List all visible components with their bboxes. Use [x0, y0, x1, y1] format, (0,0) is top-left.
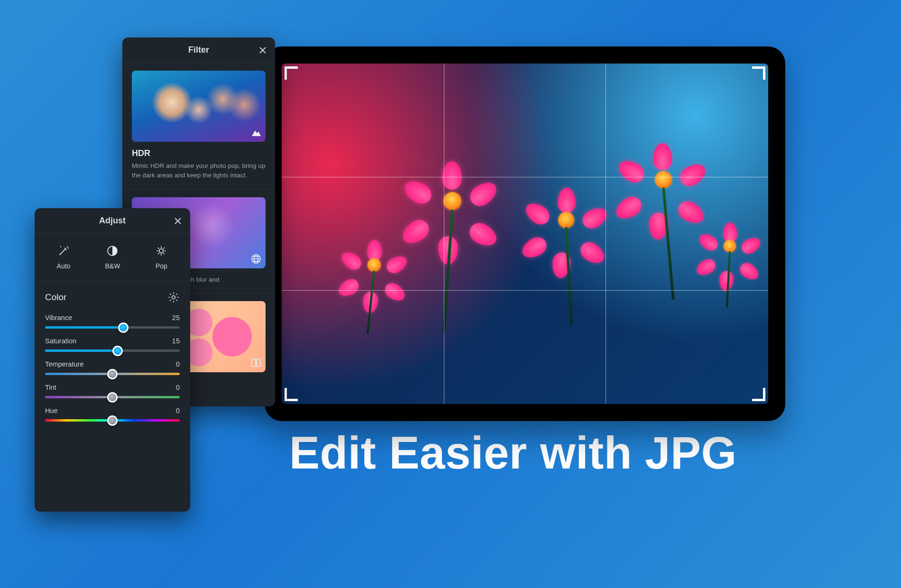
slider-label: Vibrance — [45, 314, 72, 322]
preset-label: Auto — [57, 262, 71, 270]
compare-icon — [250, 357, 262, 368]
adjust-panel-title: Adjust — [99, 216, 126, 226]
slider-value: 0 — [176, 407, 180, 414]
slider-label: Hue — [45, 407, 58, 414]
gear-icon[interactable] — [167, 291, 180, 303]
preset-bw[interactable]: B&W — [105, 244, 120, 270]
slider-hue[interactable]: Hue 0 — [35, 402, 190, 425]
slider-tint[interactable]: Tint 0 — [35, 379, 190, 402]
preset-row: Auto B&W Pop — [35, 234, 190, 282]
slider-value: 0 — [176, 384, 180, 391]
slider-saturation[interactable]: Saturation 15 — [35, 332, 190, 356]
canvas[interactable] — [282, 64, 768, 404]
slider-temperature[interactable]: Temperature 0 — [35, 356, 190, 379]
adjust-panel-header: Adjust — [35, 208, 190, 234]
device-frame — [265, 46, 785, 421]
tagline: Edit Easier with JPG — [289, 427, 737, 479]
slider-value: 25 — [172, 314, 180, 322]
svg-rect-3 — [257, 359, 260, 367]
preset-pop[interactable]: Pop — [155, 244, 168, 270]
sun-icon — [155, 244, 168, 257]
filter-description: Mimic HDR and make your photo pop, bring… — [132, 161, 266, 181]
close-icon[interactable] — [172, 215, 184, 227]
slider-value: 0 — [176, 360, 180, 368]
adjust-panel: Adjust Auto B&W Pop Color — [35, 208, 190, 512]
section-title: Color — [45, 292, 66, 303]
slider-label: Tint — [45, 384, 56, 391]
slider-value: 15 — [172, 337, 180, 345]
contrast-icon — [106, 244, 119, 257]
mountain-icon — [250, 127, 262, 138]
crop-handle-bl[interactable] — [285, 388, 298, 401]
filter-panel-header: Filter — [122, 37, 275, 63]
svg-point-5 — [159, 249, 164, 253]
filter-panel-title: Filter — [188, 45, 209, 55]
svg-point-6 — [172, 296, 175, 299]
close-icon[interactable] — [257, 45, 268, 56]
crop-handle-tr[interactable] — [752, 66, 765, 80]
preset-auto[interactable]: Auto — [57, 244, 71, 270]
crop-handle-tl[interactable] — [285, 66, 298, 80]
svg-rect-2 — [252, 359, 256, 367]
filter-name: HDR — [132, 148, 266, 158]
wand-icon — [57, 244, 70, 257]
slider-label: Saturation — [45, 337, 76, 345]
globe-icon — [250, 253, 262, 265]
slider-label: Temperature — [45, 360, 83, 368]
crop-handle-br[interactable] — [752, 388, 765, 401]
filter-thumbnail — [132, 71, 266, 142]
preset-label: B&W — [105, 262, 120, 270]
slider-vibrance[interactable]: Vibrance 25 — [35, 309, 190, 332]
filter-item-hdr[interactable]: HDR Mimic HDR and make your photo pop, b… — [122, 63, 275, 190]
preset-label: Pop — [156, 262, 167, 270]
